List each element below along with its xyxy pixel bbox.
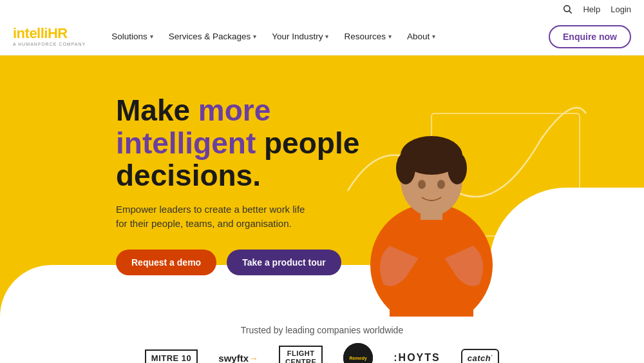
search-icon[interactable] [562, 4, 573, 14]
trusted-title: Trusted by leading companies worldwide [241, 325, 403, 335]
trusted-logos: MITRE 10 swyftx→ FLIGHTCENTRE Remedy :HO… [145, 343, 499, 363]
hero-subtext: Empower leaders to create a better work … [116, 202, 309, 231]
logo-hr-text: HR [48, 25, 68, 41]
request-demo-button[interactable]: Request a demo [116, 250, 216, 275]
enquire-button[interactable]: Enquire now [549, 25, 631, 48]
mitre10-logo: MITRE 10 [145, 349, 198, 364]
hero-section: Make more intelligent people decisions. … [0, 55, 644, 317]
svg-point-9 [448, 152, 467, 184]
catch-logo: catch· [461, 349, 499, 363]
utility-bar: Help Login [0, 0, 644, 18]
svg-line-1 [569, 11, 572, 14]
services-chevron-icon: ▾ [253, 33, 256, 40]
remedy-logo: Remedy [343, 343, 373, 363]
logo-intelli-text: intelli [13, 25, 48, 41]
hero-buttons: Request a demo Take a product tour [116, 250, 419, 275]
solutions-label: Solutions [111, 32, 147, 41]
nav-services[interactable]: Services & Packages ▾ [162, 28, 263, 45]
trusted-section: Trusted by leading companies worldwide M… [0, 317, 644, 363]
industry-chevron-icon: ▾ [325, 33, 328, 40]
nav-resources[interactable]: Resources ▾ [337, 28, 398, 45]
hero-headline: Make more intelligent people decisions. [116, 94, 419, 192]
svg-point-11 [437, 180, 445, 189]
resources-label: Resources [344, 32, 386, 41]
help-link[interactable]: Help [583, 5, 600, 14]
svg-text:Remedy: Remedy [350, 356, 367, 361]
solutions-chevron-icon: ▾ [150, 33, 153, 40]
main-nav: intelliHR A HUMANFORCE COMPANY Solutions… [0, 18, 644, 55]
svg-point-10 [418, 180, 426, 189]
logo-sub-text: A HUMANFORCE COMPANY [13, 42, 86, 46]
about-chevron-icon: ▾ [432, 33, 435, 40]
resources-chevron-icon: ▾ [388, 33, 392, 40]
nav-industry[interactable]: Your Industry ▾ [265, 28, 335, 45]
nav-about[interactable]: About ▾ [401, 28, 442, 45]
hoyts-logo: :HOYTS [393, 352, 440, 363]
headline-make: Make [116, 93, 198, 127]
services-label: Services & Packages [169, 32, 251, 41]
nav-links: Solutions ▾ Services & Packages ▾ Your I… [105, 28, 549, 45]
industry-label: Your Industry [272, 32, 323, 41]
logo[interactable]: intelliHR A HUMANFORCE COMPANY [13, 26, 86, 46]
swyftx-logo: swyftx→ [218, 353, 258, 364]
about-label: About [407, 32, 430, 41]
product-tour-button[interactable]: Take a product tour [227, 250, 341, 275]
login-link[interactable]: Login [611, 5, 631, 14]
nav-solutions[interactable]: Solutions ▾ [105, 28, 160, 45]
logo-text: intelliHR [13, 26, 86, 41]
flight-centre-logo: FLIGHTCENTRE [279, 346, 323, 363]
hero-content: Make more intelligent people decisions. … [116, 94, 419, 275]
svg-point-0 [564, 6, 570, 12]
